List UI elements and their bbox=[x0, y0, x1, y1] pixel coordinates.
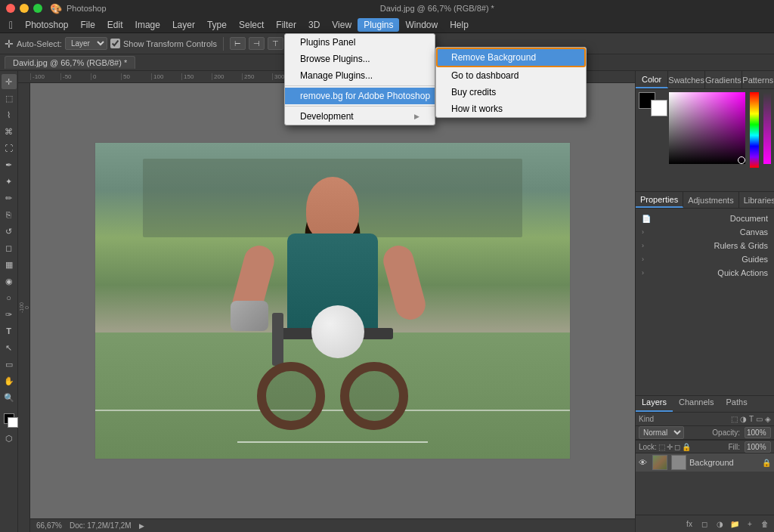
remove-background-item[interactable]: Remove Background bbox=[436, 48, 586, 67]
close-button[interactable] bbox=[6, 4, 15, 13]
eyedropper-tool-btn[interactable]: ✒ bbox=[2, 157, 17, 172]
zoom-tool-btn[interactable]: 🔍 bbox=[2, 390, 17, 405]
color-panel-tabs: Color Swatches Gradients Patterns bbox=[636, 71, 774, 89]
hand-tool-btn[interactable]: ✋ bbox=[2, 373, 17, 388]
move-tool-btn[interactable]: ✛ bbox=[2, 74, 17, 89]
tab-layers[interactable]: Layers bbox=[636, 396, 673, 412]
saturation-slider[interactable] bbox=[763, 92, 771, 164]
layer-delete-btn[interactable]: 🗑 bbox=[759, 518, 771, 530]
how-it-works-item[interactable]: How it works bbox=[436, 101, 586, 117]
menu-select[interactable]: Select bbox=[233, 18, 270, 32]
menu-apple[interactable]:  bbox=[3, 17, 19, 32]
tab-properties[interactable]: Properties bbox=[636, 192, 683, 208]
tab-libraries[interactable]: Libraries bbox=[739, 192, 774, 208]
buy-credits-item[interactable]: Buy credits bbox=[436, 84, 586, 101]
layer-group-btn[interactable]: 📁 bbox=[729, 518, 741, 530]
quick-mask-btn[interactable]: ⬡ bbox=[2, 431, 17, 446]
menu-edit[interactable]: Edit bbox=[101, 18, 129, 32]
gradient-tool-btn[interactable]: ▦ bbox=[2, 257, 17, 272]
tab-swatches[interactable]: Swatches bbox=[668, 71, 705, 88]
tab-adjustments[interactable]: Adjustments bbox=[683, 192, 739, 208]
prop-document[interactable]: 📄 Document bbox=[636, 212, 774, 225]
menu-layer[interactable]: Layer bbox=[166, 18, 201, 32]
auto-select-dropdown[interactable]: Layer Group bbox=[65, 37, 107, 50]
background-color-swatch[interactable] bbox=[651, 100, 667, 116]
menu-view[interactable]: View bbox=[326, 18, 358, 32]
pen-tool-btn[interactable]: ✑ bbox=[2, 307, 17, 322]
canvas-area: -100 -50 0 50 100 150 200 250 300 350 40… bbox=[18, 71, 635, 532]
prop-rulers[interactable]: › Rulers & Grids bbox=[636, 239, 774, 252]
menu-3d[interactable]: 3D bbox=[302, 18, 326, 32]
brush-tool-btn[interactable]: ✏ bbox=[2, 190, 17, 206]
blur-tool-btn[interactable]: ◉ bbox=[2, 274, 17, 289]
go-to-dashboard-item[interactable]: Go to dashboard bbox=[436, 67, 586, 84]
layer-adj-btn[interactable]: ◑ bbox=[714, 518, 726, 530]
menu-filter[interactable]: Filter bbox=[270, 18, 302, 32]
shape-tool-btn[interactable]: ▭ bbox=[2, 357, 17, 372]
layer-fx-btn[interactable]: fx bbox=[683, 518, 695, 530]
align-right-icon[interactable]: ⊤ bbox=[268, 37, 283, 50]
plugins-dropdown-menu[interactable]: Plugins Panel Browse Plugins... Manage P… bbox=[284, 33, 435, 125]
align-center-icon[interactable]: ⊣ bbox=[249, 37, 265, 50]
menu-type[interactable]: Type bbox=[201, 18, 233, 32]
layer-visibility-eye[interactable]: 👁 bbox=[639, 458, 649, 467]
fullscreen-button[interactable] bbox=[33, 4, 42, 13]
menu-photoshop[interactable]: Photoshop bbox=[19, 18, 74, 32]
dodge-tool-btn[interactable]: ○ bbox=[2, 290, 17, 305]
menu-help[interactable]: Help bbox=[444, 18, 475, 32]
layer-mask-btn[interactable]: ◻ bbox=[698, 518, 711, 530]
clone-tool-btn[interactable]: ⎘ bbox=[2, 207, 17, 222]
prop-canvas[interactable]: › Canvas bbox=[636, 225, 774, 239]
canvas-content[interactable] bbox=[30, 83, 635, 518]
lock-position-icon[interactable]: ✛ bbox=[667, 443, 673, 451]
move-tool-icon[interactable]: ✛ bbox=[5, 38, 14, 50]
fill-input[interactable] bbox=[745, 441, 771, 453]
tab-gradients[interactable]: Gradients bbox=[705, 71, 742, 88]
hue-slider[interactable] bbox=[750, 92, 759, 168]
document-tab[interactable]: David.jpg @ 66,7% (RGB/8#) * bbox=[5, 56, 135, 69]
plugins-panel-item[interactable]: Plugins Panel bbox=[285, 34, 435, 51]
shape-filter-icon[interactable]: ▭ bbox=[756, 415, 763, 423]
eraser-tool-btn[interactable]: ◻ bbox=[2, 240, 17, 255]
browse-plugins-item[interactable]: Browse Plugins... bbox=[285, 51, 435, 67]
align-left-icon[interactable]: ⊢ bbox=[230, 37, 246, 50]
tab-paths[interactable]: Paths bbox=[720, 396, 754, 412]
tab-patterns[interactable]: Patterns bbox=[742, 71, 774, 88]
smart-filter-icon[interactable]: ◈ bbox=[765, 415, 771, 423]
transform-controls-checkbox[interactable] bbox=[110, 39, 120, 48]
toolbar-separator-1 bbox=[223, 37, 224, 51]
manage-plugins-item[interactable]: Manage Plugins... bbox=[285, 67, 435, 84]
prop-guides[interactable]: › Guides bbox=[636, 252, 774, 266]
menu-window[interactable]: Window bbox=[399, 18, 444, 32]
minimize-button[interactable] bbox=[20, 4, 29, 13]
text-tool-btn[interactable]: T bbox=[2, 323, 17, 339]
removebg-item[interactable]: remove.bg for Adobe Photoshop bbox=[285, 88, 435, 104]
foreground-color-btn[interactable] bbox=[2, 411, 17, 426]
lasso-tool-btn[interactable]: ⌇ bbox=[2, 107, 17, 122]
lock-artboard-icon[interactable]: ◻ bbox=[674, 443, 680, 451]
prop-quick-actions[interactable]: › Quick Actions bbox=[636, 266, 774, 280]
menu-file[interactable]: File bbox=[75, 18, 101, 32]
pixel-filter-icon[interactable]: ⬚ bbox=[731, 415, 738, 423]
layer-add-btn[interactable]: + bbox=[744, 518, 756, 530]
tab-channels[interactable]: Channels bbox=[673, 396, 720, 412]
crop-tool-btn[interactable]: ⛶ bbox=[2, 141, 17, 156]
menu-plugins[interactable]: Plugins bbox=[358, 18, 399, 32]
development-item[interactable]: Development bbox=[285, 108, 435, 125]
tab-color[interactable]: Color bbox=[636, 71, 668, 88]
path-select-btn[interactable]: ↖ bbox=[2, 340, 17, 355]
adjust-filter-icon[interactable]: ◑ bbox=[740, 415, 747, 423]
blend-mode-select[interactable]: Normal bbox=[639, 426, 684, 439]
history-brush-btn[interactable]: ↺ bbox=[2, 224, 17, 239]
selection-tool-btn[interactable]: ⬚ bbox=[2, 91, 17, 106]
removebg-submenu[interactable]: Remove Background Go to dashboard Buy cr… bbox=[435, 47, 587, 118]
lock-all-icon[interactable]: 🔒 bbox=[682, 443, 691, 451]
healing-tool-btn[interactable]: ✦ bbox=[2, 174, 17, 189]
type-filter-icon[interactable]: T bbox=[749, 415, 754, 423]
color-picker[interactable] bbox=[669, 92, 745, 164]
menu-image[interactable]: Image bbox=[129, 18, 166, 32]
opacity-input[interactable] bbox=[745, 427, 771, 438]
lock-pixels-icon[interactable]: ⬚ bbox=[658, 443, 665, 451]
layer-item-background[interactable]: 👁 Background 🔒 bbox=[636, 453, 774, 472]
magic-wand-btn[interactable]: ⌘ bbox=[2, 124, 17, 139]
